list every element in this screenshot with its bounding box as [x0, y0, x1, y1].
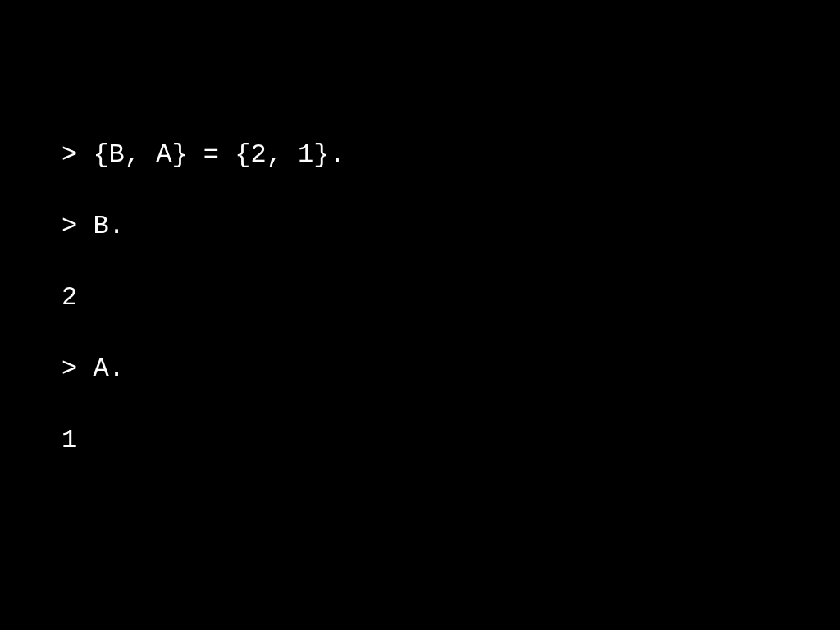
- code-line-5: 1: [62, 425, 840, 455]
- code-line-4: > A.: [62, 354, 840, 384]
- code-line-2: > B.: [62, 211, 840, 241]
- code-line-3: 2: [62, 282, 840, 313]
- code-line-1: > {B, A} = {2, 1}.: [62, 139, 840, 170]
